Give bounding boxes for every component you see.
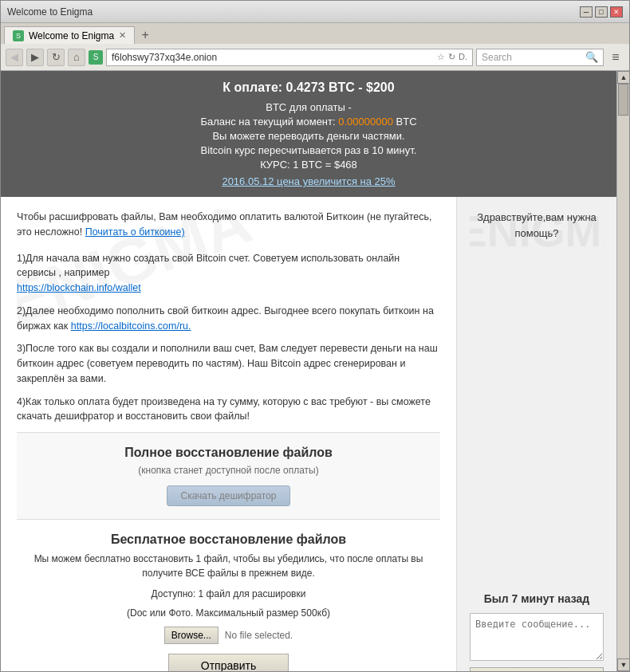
site-favicon: S (89, 50, 103, 65)
intro-text: Чтобы расшифровать файлы, Вам необходимо… (17, 210, 440, 240)
tab-title: Welcome to Enigma (29, 30, 114, 41)
search-placeholder: Search (482, 52, 582, 63)
balance-unit: BTC (396, 116, 417, 128)
scroll-up-button[interactable]: ▲ (617, 71, 629, 84)
maximize-button[interactable]: □ (595, 6, 608, 18)
title-bar-buttons: ─ □ ✕ (580, 6, 623, 18)
close-button[interactable]: ✕ (610, 6, 623, 18)
read-bitcoin-link[interactable]: Почитать о биткоине) (85, 226, 185, 238)
browse-button[interactable]: Browse... (164, 627, 219, 644)
step2-text: 2)Далее необходимо пополнить свой биткои… (17, 304, 440, 334)
chat-message-input[interactable] (470, 613, 604, 661)
address-text: f6lohswy737xq34e.onion (112, 52, 434, 63)
step4-text: 4)Как только оплата будет произведена на… (17, 395, 440, 425)
search-icon: 🔍 (585, 51, 598, 63)
balance-value: 0.00000000 (338, 116, 393, 128)
price-increase-link[interactable]: 2016.05.12 цена увеличится на 25% (222, 175, 395, 187)
localbitcoins-link[interactable]: https://localbitcoins.com/ru. (71, 320, 191, 332)
btc-label: BТС для оплаты - (17, 101, 600, 113)
full-recovery-section: Полное восстановление файлов (кнопка ста… (17, 432, 440, 519)
free-recovery-title: Бесплатное восстановление файлов (30, 532, 427, 547)
full-recovery-title: Полное восстановление файлов (30, 446, 427, 460)
active-tab[interactable]: S Welcome to Enigma ✕ (4, 26, 135, 44)
left-panel: ENIGMA Чтобы расшифровать файлы, Вам нео… (1, 197, 457, 671)
refresh-button[interactable]: ↻ (47, 49, 65, 66)
step1-text: 1)Для начала вам нужно создать свой Bitc… (17, 251, 440, 296)
new-tab-button[interactable]: + (136, 26, 154, 44)
file-info-line1: Доступно: 1 файл для расшировки (30, 588, 427, 599)
step3-text: 3)После того как вы создали и пополнили … (17, 341, 440, 386)
search-bar[interactable]: Search 🔍 (476, 49, 604, 66)
blockchain-link[interactable]: https://blockchain.info/wallet (17, 282, 141, 293)
right-panel: ENIGMA Здравствуйте,вам нужна помощь? Бы… (457, 197, 616, 671)
payment-banner: К оплате: 0.4273 BTC - $200 BТС для опла… (1, 71, 616, 197)
partial-payment: Вы можете переводить деньги частями. (17, 130, 600, 142)
title-bar-label: Welcome to Enigma (7, 6, 93, 18)
scroll-thumb[interactable] (618, 84, 628, 116)
page-content: К оплате: 0.4273 BTC - $200 BТС для опла… (1, 71, 616, 671)
minimize-button[interactable]: ─ (580, 6, 593, 18)
file-info-line2: (Doc или Фото. Максимальный размер 500кб… (30, 607, 427, 619)
scroll-track[interactable] (617, 84, 629, 658)
full-recovery-subtitle: (кнопка станет доступной после оплаты) (30, 465, 427, 476)
chat-send-button[interactable]: Отправить сообщение (470, 667, 604, 671)
file-upload-row: Browse... No file selected. (30, 627, 427, 644)
forward-button[interactable]: ▶ (26, 49, 44, 66)
content-area: ENIGMA Чтобы расшифровать файлы, Вам нео… (17, 210, 440, 432)
instructions: Чтобы расшифровать файлы, Вам необходимо… (17, 210, 440, 424)
balance-row: Баланс на текущий момент: 0.00000000 BTC (17, 116, 600, 128)
rate-label: КУРС: 1 BTC = $468 (17, 159, 600, 171)
chat-greeting: Здравствуйте,вам нужна помощь? (470, 210, 604, 241)
home-button[interactable]: ⌂ (68, 49, 85, 66)
free-recovery-section: Бесплатное восстановление файлов Мы може… (17, 519, 440, 671)
tab-bar: S Welcome to Enigma ✕ + (1, 23, 629, 44)
no-file-label: No file selected. (225, 630, 293, 641)
tab-close-icon[interactable]: ✕ (119, 30, 126, 41)
page-area: К оплате: 0.4273 BTC - $200 BТС для опла… (1, 71, 629, 671)
submit-button[interactable]: Отправить (168, 654, 289, 671)
browser-window: Welcome to Enigma ─ □ ✕ S Welcome to Eni… (0, 0, 630, 672)
refresh-small-icon: ↻ (448, 52, 455, 62)
address-icons: ☆ ↻ D. (437, 52, 467, 62)
payment-title: К оплате: 0.4273 BTC - $200 (17, 81, 600, 95)
enigma-d-icon: D. (459, 52, 467, 62)
tab-favicon: S (13, 30, 24, 41)
chat-last-seen: Был 7 минут назад (484, 592, 589, 605)
back-button[interactable]: ◀ (6, 49, 23, 66)
balance-label: Баланс на текущий момент: (200, 116, 335, 128)
address-bar[interactable]: f6lohswy737xq34e.onion ☆ ↻ D. (106, 49, 473, 66)
menu-button[interactable]: ≡ (607, 49, 624, 66)
download-decryptor-button[interactable]: Скачать дешифратор (167, 485, 289, 506)
bookmark-icon: ☆ (437, 52, 445, 62)
rate-update: Bitcoin курс пересчитывается раз в 10 ми… (17, 144, 600, 156)
free-recovery-desc: Мы можем бесплатно восстановить 1 файл, … (30, 552, 427, 580)
scroll-down-button[interactable]: ▼ (617, 658, 629, 671)
title-bar: Welcome to Enigma ─ □ ✕ (1, 1, 629, 23)
scrollbar[interactable]: ▲ ▼ (616, 71, 629, 671)
main-layout: ENIGMA Чтобы расшифровать файлы, Вам нео… (1, 197, 616, 671)
nav-bar: ◀ ▶ ↻ ⌂ S f6lohswy737xq34e.onion ☆ ↻ D. … (1, 44, 629, 71)
